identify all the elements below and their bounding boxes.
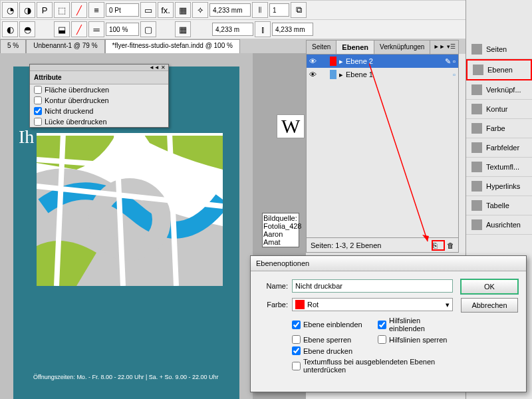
layers-panel[interactable]: Seiten Ebenen Verknüpfungen ►► ▾☰ 👁 ▸ Eb… — [306, 40, 459, 253]
table-dockbtn[interactable]: Tabelle — [466, 196, 532, 215]
links-dockbtn[interactable]: Verknüpf... — [466, 80, 532, 100]
nonprinting-check[interactable] — [34, 107, 42, 115]
tool-icon[interactable]: ◑ — [19, 2, 35, 18]
attributes-panel[interactable]: ◄◄ ✕ Attribute Fläche überdrucken Kontur… — [29, 64, 169, 128]
color-icon — [471, 123, 482, 134]
layers-tab[interactable]: Ebenen — [336, 41, 374, 54]
cols-input[interactable] — [269, 3, 289, 17]
vtool-icon[interactable]: ⬓ — [54, 21, 70, 37]
label: Hyperlinks — [486, 182, 520, 190]
swatches-dockbtn[interactable]: Farbfelder — [466, 138, 532, 158]
layer-row[interactable]: 👁 ▸ Ebene 1 ▫ — [307, 68, 458, 81]
overprint-fill-check[interactable] — [34, 86, 42, 94]
stroke-icon[interactable]: ╱ — [71, 2, 87, 18]
wrap-icon[interactable]: ▦ — [175, 2, 191, 18]
gutter-icon[interactable]: ⫿ — [255, 21, 271, 37]
pages-icon — [471, 44, 482, 55]
cancel-button[interactable]: Abbrechen — [461, 298, 518, 313]
doc-tab-active[interactable]: *flyer-fitness-studio-stefan.indd @ 100 … — [105, 39, 240, 54]
delete-layer-icon[interactable]: 🗑 — [447, 241, 454, 249]
dropdown-icon: ▾ — [446, 301, 450, 309]
tab-label: Ebenen — [342, 43, 368, 51]
layer-row-selected[interactable]: 👁 ▸ Ebene 2 ✎ ▫ — [307, 55, 458, 68]
tool-icon[interactable]: ◐ — [2, 21, 18, 37]
check-label: Hilfslinien sperren — [389, 336, 447, 344]
stroke-type-icon[interactable]: ═ — [88, 21, 104, 37]
check-label: Ebene einblenden — [303, 321, 362, 329]
columns-icon[interactable]: ⫴ — [252, 2, 268, 18]
name-label: Name: — [259, 282, 288, 290]
expand-icon[interactable]: ▸ — [339, 70, 343, 79]
lock-guides-check[interactable] — [378, 335, 386, 344]
tool-icon[interactable]: ◓ — [19, 21, 35, 37]
type-tool-icon[interactable]: P — [37, 2, 53, 18]
show-guides-check[interactable] — [378, 321, 386, 329]
select-value: Rot — [307, 301, 319, 309]
check-label: Ebene sperren — [303, 336, 351, 344]
layer-options-dialog[interactable]: Ebenenoptionen Name: Farbe: Rot ▾ Ebene … — [250, 255, 527, 392]
shadow-icon[interactable]: ▢ — [140, 21, 156, 37]
color-dockbtn[interactable]: Farbe — [466, 119, 532, 138]
align-icon[interactable]: ⬚ — [54, 2, 70, 18]
suppress-wrap-check[interactable] — [292, 362, 301, 370]
layer-name-input[interactable] — [292, 279, 453, 293]
wrap2-icon[interactable]: ▦ — [175, 21, 191, 37]
textwrap-dockbtn[interactable]: Textumfl... — [466, 158, 532, 177]
check-label: Lücke überdrucken — [45, 118, 107, 126]
textwrap-icon — [471, 162, 482, 172]
color-swatch-icon — [295, 300, 305, 309]
doc-tab[interactable]: Unbenannt-1 @ 79 % — [26, 39, 104, 54]
align-icon — [471, 219, 482, 230]
check-label: Nicht druckend — [45, 107, 93, 115]
opening-hours: Öffnungszeiten: Mo. - Fr. 8.00 - 22.00 U… — [33, 374, 219, 380]
align-dockbtn[interactable]: Ausrichten — [466, 215, 532, 235]
table-icon — [471, 200, 482, 211]
width-input[interactable] — [209, 3, 251, 17]
layer-name[interactable]: Ebene 2 — [346, 57, 373, 65]
visibility-icon[interactable]: 👁 — [309, 57, 317, 65]
layer-color-select[interactable]: Rot ▾ — [292, 298, 453, 311]
gutter-input[interactable] — [272, 23, 313, 36]
credit-line: Bildquelle: — [263, 214, 298, 222]
expand-icon[interactable]: ▸ — [339, 57, 343, 66]
doc-tab[interactable]: 5 % — [0, 39, 26, 54]
panel-menu-icon[interactable]: ►► ▾☰ — [431, 41, 458, 54]
layers-footer: Seiten: 1-3, 2 Ebenen ⎘ 🗑 — [307, 237, 458, 252]
label: Tabelle — [486, 201, 509, 209]
ok-button[interactable]: OK — [461, 279, 518, 294]
new-layer-button[interactable]: ⎘ — [432, 240, 445, 251]
show-layer-check[interactable] — [292, 321, 301, 329]
panel-title: Attribute — [30, 71, 168, 84]
crop-icon[interactable]: ⟡ — [192, 2, 208, 18]
layer-count: Seiten: 1-3, 2 Ebenen — [311, 241, 381, 249]
layer-name[interactable]: Ebene 1 — [346, 70, 373, 78]
zoom-input[interactable] — [106, 23, 139, 36]
stroke-icon[interactable]: ≡ — [88, 2, 104, 18]
lock-layer-check[interactable] — [292, 335, 301, 344]
pages-dockbtn[interactable]: Seiten — [466, 40, 532, 59]
control-bar-1: ◔ ◑ P ⬚ ╱ ≡ ▭ fx. ▦ ⟡ ⫴ ⧉ — [0, 0, 532, 20]
layer-color-swatch — [330, 57, 336, 66]
overprint-stroke-check[interactable] — [34, 96, 42, 104]
hyperlinks-dockbtn[interactable]: Hyperlinks — [466, 177, 532, 196]
pages-tab[interactable]: Seiten — [307, 41, 336, 54]
stroke-weight-input[interactable] — [106, 3, 139, 17]
panel-collapse-icon[interactable]: ◄◄ ✕ — [30, 65, 168, 71]
print-layer-check[interactable] — [292, 346, 301, 355]
stroke-dockbtn[interactable]: Kontur — [466, 100, 532, 119]
pen-icon: ✎ ▫ — [445, 57, 456, 66]
effects-icon[interactable]: ▭ — [140, 2, 156, 18]
fx-icon[interactable]: fx. — [158, 2, 174, 18]
overprint-gap-check[interactable] — [34, 118, 42, 126]
tool-icon[interactable]: ◔ — [2, 2, 18, 18]
map-svg — [37, 133, 223, 286]
misc-icon[interactable]: ⧉ — [291, 2, 307, 18]
visibility-icon[interactable]: 👁 — [309, 70, 317, 78]
label: Textumfl... — [486, 163, 519, 171]
map-image[interactable] — [37, 133, 223, 286]
layers-dockbtn[interactable]: Ebenen — [466, 59, 532, 80]
links-tab[interactable]: Verknüpfungen — [374, 41, 430, 54]
height-input[interactable] — [212, 23, 253, 36]
fill-icon[interactable]: ╱ — [71, 21, 87, 37]
label: Verknüpf... — [486, 86, 521, 94]
